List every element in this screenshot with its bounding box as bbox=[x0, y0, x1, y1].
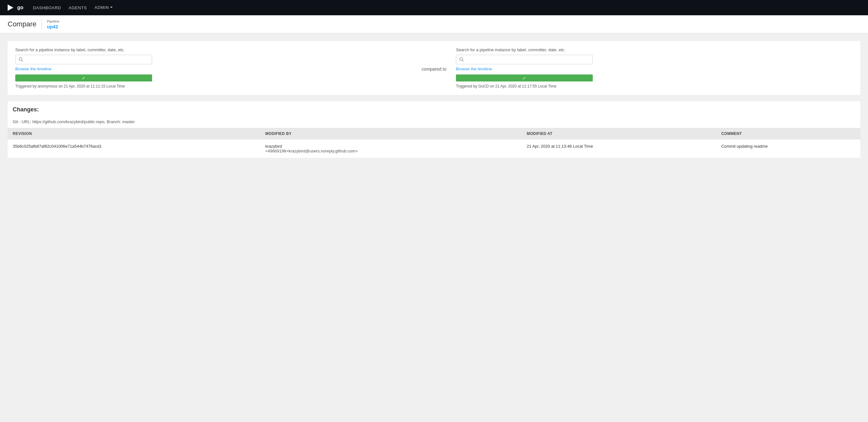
cell-comment: Commit updating readme bbox=[716, 140, 860, 158]
compare-inputs: Search for a pipeline instance by label,… bbox=[15, 48, 853, 88]
logo[interactable]: go bbox=[6, 3, 24, 12]
right-progress-check: ✓ bbox=[523, 76, 526, 81]
right-search-input[interactable]: 2 bbox=[466, 57, 589, 62]
nav-agents[interactable]: AGENTS bbox=[69, 5, 87, 10]
header-divider bbox=[41, 19, 42, 29]
svg-point-1 bbox=[19, 58, 22, 60]
logo-icon bbox=[6, 3, 15, 12]
table-row: 35b6c025afb87af82c041006e71a544b7476acd1… bbox=[8, 140, 860, 158]
compare-left: Search for a pipeline instance by label,… bbox=[15, 48, 412, 88]
left-search-icon bbox=[19, 57, 23, 62]
left-search-box: 1 bbox=[15, 55, 152, 64]
svg-point-3 bbox=[460, 58, 463, 60]
col-modified-at: MODIFIED AT bbox=[522, 128, 716, 140]
git-info: Git - URL: https://github.com/krazybird/… bbox=[8, 117, 860, 128]
col-modified-by: MODIFIED BY bbox=[260, 128, 522, 140]
col-revision: REVISION bbox=[8, 128, 260, 140]
left-progress-check: ✓ bbox=[82, 76, 86, 81]
cell-revision: 35b6c025afb87af82c041006e71a544b7476acd1 bbox=[8, 140, 260, 158]
left-search-hint: Search for a pipeline instance by label,… bbox=[15, 48, 412, 52]
right-search-box: 2 bbox=[456, 55, 593, 64]
nav-admin[interactable]: ADMIN bbox=[94, 5, 113, 10]
navbar: go DASHBOARD AGENTS ADMIN bbox=[0, 0, 868, 15]
compare-section: Search for a pipeline instance by label,… bbox=[8, 41, 860, 95]
compare-right: Search for a pipeline instance by label,… bbox=[456, 48, 853, 88]
table-header-row: REVISION MODIFIED BY MODIFIED AT COMMENT bbox=[8, 128, 860, 140]
left-trigger-info: Triggered by anonymous on 21 Apr, 2020 a… bbox=[15, 84, 412, 88]
left-browse-link[interactable]: Browse the timeline bbox=[15, 66, 51, 71]
nav-links: DASHBOARD AGENTS ADMIN bbox=[33, 5, 113, 10]
cell-modified-at: 21 Apr, 2020 at 11:13:46 Local Time bbox=[522, 140, 716, 158]
pipeline-label: Pipeline bbox=[47, 20, 59, 23]
svg-line-2 bbox=[22, 60, 23, 61]
compare-separator: compared to bbox=[412, 48, 456, 71]
right-search-icon bbox=[460, 57, 464, 62]
admin-caret-icon bbox=[110, 7, 113, 9]
right-trigger-info: Triggered by GoCD on 21 Apr, 2020 at 11:… bbox=[456, 84, 853, 88]
col-comment: COMMENT bbox=[716, 128, 860, 140]
changes-title: Changes: bbox=[8, 101, 860, 117]
right-search-hint: Search for a pipeline instance by label,… bbox=[456, 48, 853, 52]
cell-modified-by: krazybird <49669198+krazybird@users.nore… bbox=[260, 140, 522, 158]
nav-dashboard[interactable]: DASHBOARD bbox=[33, 5, 61, 10]
page-title: Compare bbox=[8, 20, 36, 28]
cell-modified-by-email: <49669198+krazybird@users.noreply.github… bbox=[266, 149, 358, 153]
pipeline-info: Pipeline up42 bbox=[47, 20, 59, 29]
page-header: Compare Pipeline up42 bbox=[0, 15, 868, 33]
left-search-input[interactable]: 1 bbox=[26, 57, 149, 62]
main-content: Search for a pipeline instance by label,… bbox=[0, 33, 868, 166]
right-progress-bar: ✓ bbox=[456, 74, 593, 82]
right-browse-link[interactable]: Browse the timeline bbox=[456, 66, 492, 71]
logo-text: go bbox=[17, 5, 24, 10]
svg-line-4 bbox=[462, 60, 464, 61]
changes-section: Changes: Git - URL: https://github.com/k… bbox=[8, 101, 860, 158]
left-progress-bar: ✓ bbox=[15, 74, 152, 82]
changes-table: REVISION MODIFIED BY MODIFIED AT COMMENT… bbox=[8, 128, 860, 158]
pipeline-name[interactable]: up42 bbox=[47, 24, 58, 29]
svg-marker-0 bbox=[8, 4, 13, 11]
